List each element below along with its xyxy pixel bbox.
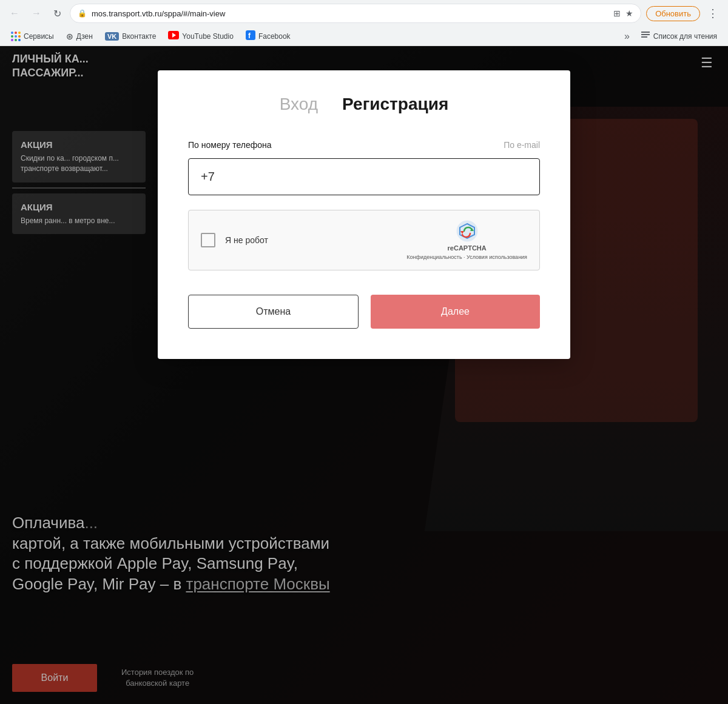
phone-input[interactable] xyxy=(201,170,527,184)
phone-input-wrapper[interactable] xyxy=(188,158,540,195)
captcha-widget: Я не робот reCAPTCHA Конфиденциальность … xyxy=(188,210,540,270)
modal-buttons: Отмена Далее xyxy=(188,295,540,329)
reload-button[interactable]: ↻ xyxy=(50,5,65,22)
option-email[interactable]: По e-mail xyxy=(504,140,540,150)
reading-list-label: Список для чтения xyxy=(653,32,717,41)
modal-dialog: Вход Регистрация По номеру телефона По e… xyxy=(158,70,570,359)
facebook-icon: f xyxy=(246,30,255,42)
next-button[interactable]: Далее xyxy=(371,295,540,329)
reading-list[interactable]: Список для чтения xyxy=(636,28,722,44)
captcha-brand-label: reCAPTCHA xyxy=(448,244,487,252)
more-menu-button[interactable]: ⋮ xyxy=(704,5,722,21)
back-button[interactable]: ← xyxy=(6,5,23,21)
bookmarks-bar: Сервисы ⊛ Дзен VK Вконтакте YouTube Stud… xyxy=(0,27,728,46)
tab-register[interactable]: Регистрация xyxy=(342,95,448,119)
cancel-button[interactable]: Отмена xyxy=(188,295,359,329)
recaptcha-logo xyxy=(456,220,478,242)
svg-rect-2 xyxy=(246,30,255,40)
address-text: mos.transport.vtb.ru/sppa/#/main-view xyxy=(92,9,608,18)
registration-options: По номеру телефона По e-mail xyxy=(188,140,540,150)
captcha-label: Я не робот xyxy=(225,235,268,245)
bookmark-dzen[interactable]: ⊛ Дзен xyxy=(61,30,98,43)
modal-tabs: Вход Регистрация xyxy=(188,95,540,119)
modal-overlay: Вход Регистрация По номеру телефона По e… xyxy=(0,46,728,704)
bookmark-vk-label: Вконтакте xyxy=(122,32,156,41)
update-button[interactable]: Обновить xyxy=(646,6,700,21)
page-background: ЛИЧНЫЙ КА... ПАССАЖИР... ☰ АКЦИЯ Скидки … xyxy=(0,46,728,704)
address-bar[interactable]: 🔒 mos.transport.vtb.ru/sppa/#/main-view … xyxy=(70,4,641,23)
bookmark-dzen-label: Дзен xyxy=(76,32,93,41)
captcha-checkbox[interactable] xyxy=(201,233,215,247)
vk-icon: VK xyxy=(105,32,119,41)
dzen-icon: ⊛ xyxy=(66,32,73,41)
option-phone[interactable]: По номеру телефона xyxy=(188,140,272,150)
captcha-left: Я не робот xyxy=(201,233,268,247)
bookmark-facebook[interactable]: f Facebook xyxy=(241,28,295,44)
browser-right-buttons: Обновить ⋮ xyxy=(646,5,722,21)
bookmark-services[interactable]: Сервисы xyxy=(6,30,59,43)
browser-toolbar: ← → ↻ 🔒 mos.transport.vtb.ru/sppa/#/main… xyxy=(0,0,728,27)
bookmarks-more-button[interactable]: » xyxy=(621,30,633,43)
bookmark-services-label: Сервисы xyxy=(24,32,54,41)
bookmark-vk[interactable]: VK Вконтакте xyxy=(100,30,161,42)
youtube-icon xyxy=(168,31,179,41)
bookmark-youtube[interactable]: YouTube Studio xyxy=(163,29,238,43)
svg-rect-6 xyxy=(641,36,647,38)
svg-rect-5 xyxy=(641,34,650,35)
translate-icon[interactable]: ⊞ xyxy=(613,8,621,18)
apps-icon xyxy=(11,32,21,41)
bookmark-youtube-label: YouTube Studio xyxy=(182,32,234,41)
captcha-links[interactable]: Конфиденциальность · Условия использован… xyxy=(406,254,527,260)
bookmark-star-icon[interactable]: ★ xyxy=(625,8,633,18)
browser-chrome: ← → ↻ 🔒 mos.transport.vtb.ru/sppa/#/main… xyxy=(0,0,728,46)
captcha-right: reCAPTCHA Конфиденциальность · Условия и… xyxy=(406,220,527,260)
bookmark-facebook-label: Facebook xyxy=(258,32,291,41)
lock-icon: 🔒 xyxy=(78,9,87,18)
reading-list-icon xyxy=(641,30,650,42)
svg-rect-4 xyxy=(641,32,650,33)
tab-login[interactable]: Вход xyxy=(280,95,318,119)
forward-button[interactable]: → xyxy=(28,5,45,21)
